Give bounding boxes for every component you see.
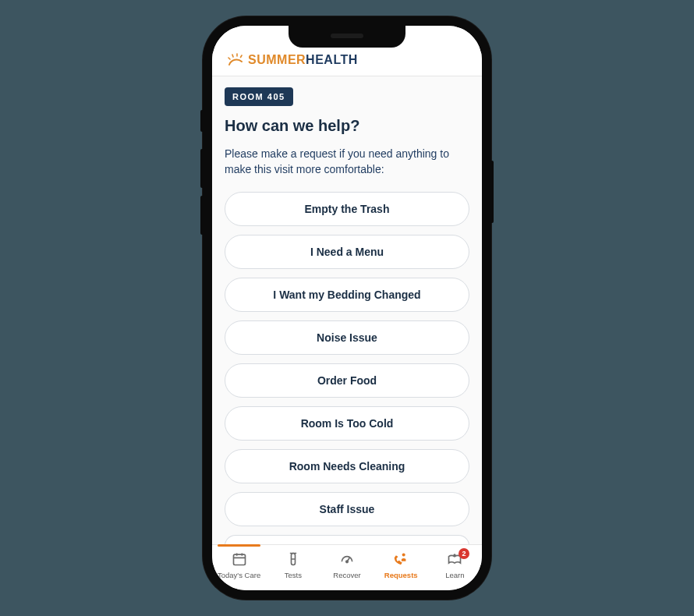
brand-word-1: SUMMER xyxy=(248,53,306,66)
nav-label: Today's Care xyxy=(218,571,260,579)
calendar-icon xyxy=(230,550,249,568)
request-bedding-changed[interactable]: I Want my Bedding Changed xyxy=(225,278,469,312)
sun-icon xyxy=(226,52,246,68)
brand-text: SUMMERHEALTH xyxy=(248,53,358,67)
page-subtext: Please make a request if you need anythi… xyxy=(225,146,469,178)
request-list: Empty the Trash I Need a Menu I Want my … xyxy=(225,192,469,544)
nav-learn[interactable]: 2 Learn xyxy=(428,550,482,579)
nav-recover[interactable]: Recover xyxy=(320,550,374,579)
svg-line-0 xyxy=(228,58,230,59)
brand-word-2: HEALTH xyxy=(306,53,358,66)
phone-notch xyxy=(289,26,405,48)
request-order-food[interactable]: Order Food xyxy=(225,363,469,398)
room-badge: ROOM 405 xyxy=(225,87,293,106)
nav-requests[interactable]: Requests xyxy=(374,550,428,579)
request-room-cold[interactable]: Room Is Too Cold xyxy=(225,406,469,441)
brand-logo: SUMMERHEALTH xyxy=(226,52,468,68)
gauge-icon xyxy=(338,550,356,568)
nav-tests[interactable]: Tests xyxy=(266,550,320,579)
svg-point-13 xyxy=(402,553,405,556)
nav-todays-care[interactable]: Today's Care xyxy=(212,550,266,579)
notification-badge: 2 xyxy=(459,548,469,559)
svg-point-14 xyxy=(454,554,456,556)
phone-side-button xyxy=(200,149,203,188)
phone-frame: SUMMERHEALTH ROOM 405 How can we help? P… xyxy=(203,16,491,600)
nav-label: Recover xyxy=(333,571,360,579)
nav-label: Learn xyxy=(445,571,464,579)
nav-active-indicator xyxy=(218,544,260,547)
phone-screen: SUMMERHEALTH ROOM 405 How can we help? P… xyxy=(212,26,482,590)
bottom-nav: Today's Care Tests xyxy=(212,544,482,590)
request-need-menu[interactable]: I Need a Menu xyxy=(225,235,469,269)
request-partial[interactable] xyxy=(225,535,469,544)
vial-icon xyxy=(284,550,303,568)
call-person-icon xyxy=(391,550,410,568)
request-noise-issue[interactable]: Noise Issue xyxy=(225,320,469,355)
request-room-cleaning[interactable]: Room Needs Cleaning xyxy=(225,449,469,483)
page-title: How can we help? xyxy=(225,117,469,135)
svg-line-3 xyxy=(241,55,243,58)
nav-label: Tests xyxy=(285,571,302,579)
svg-point-12 xyxy=(346,561,349,563)
request-staff-issue[interactable]: Staff Issue xyxy=(225,492,469,526)
main-content[interactable]: ROOM 405 How can we help? Please make a … xyxy=(212,76,482,544)
svg-rect-4 xyxy=(233,554,245,565)
request-empty-trash[interactable]: Empty the Trash xyxy=(225,192,469,226)
phone-side-button xyxy=(200,196,203,235)
nav-label: Requests xyxy=(384,571,418,579)
svg-line-1 xyxy=(232,55,233,57)
phone-side-button xyxy=(491,161,494,223)
phone-side-button xyxy=(200,110,203,132)
